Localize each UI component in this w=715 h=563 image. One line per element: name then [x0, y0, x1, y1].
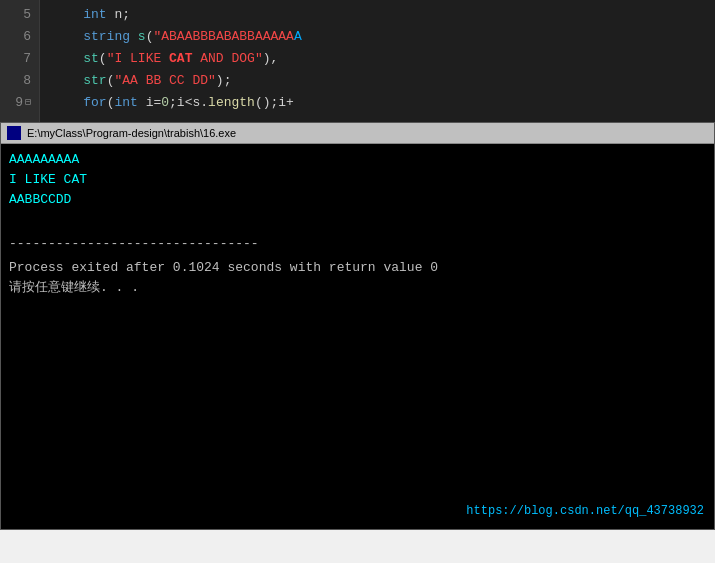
code-line-5: int n; — [52, 4, 703, 26]
terminal-icon — [7, 126, 21, 140]
terminal-title-text: E:\myClass\Program-design\trabish\16.exe — [27, 127, 236, 139]
terminal-body[interactable]: AAAAAAAAA I LIKE CAT AABBCCDD ----------… — [1, 144, 714, 529]
collapse-icon: ⊟ — [25, 92, 31, 114]
code-editor: 5 6 7 8 9⊟ int n; string s("ABAABBBABABB… — [0, 0, 715, 122]
terminal-output-line-3: AABBCCDD — [9, 190, 706, 210]
terminal-continue-line: 请按任意键继续. . . — [9, 278, 706, 298]
code-line-8: str("AA BB CC DD"); — [52, 70, 703, 92]
line-numbers: 5 6 7 8 9⊟ — [0, 0, 40, 122]
code-line-7: st("I LIKE CAT AND DOG"), — [52, 48, 703, 70]
terminal-titlebar: E:\myClass\Program-design\trabish\16.exe — [1, 123, 714, 144]
terminal-window: E:\myClass\Program-design\trabish\16.exe… — [0, 122, 715, 530]
line-num-7: 7 — [8, 48, 31, 70]
terminal-output-line-1: AAAAAAAAA — [9, 150, 706, 170]
line-num-5: 5 — [8, 4, 31, 26]
terminal-process-line: Process exited after 0.1024 seconds with… — [9, 258, 706, 278]
code-content: int n; string s("ABAABBBABABBAAAAAA st("… — [40, 0, 715, 122]
line-num-8: 8 — [8, 70, 31, 92]
line-num-6: 6 — [8, 26, 31, 48]
code-line-6: string s("ABAABBBABABBAAAAAA — [52, 26, 703, 48]
code-line-9: for(int i=0;i<s.length();i+ — [52, 92, 703, 114]
terminal-divider: -------------------------------- — [9, 234, 706, 254]
terminal-output-line-2: I LIKE CAT — [9, 170, 706, 190]
watermark: https://blog.csdn.net/qq_43738932 — [466, 501, 704, 521]
line-num-9: 9⊟ — [8, 92, 31, 114]
